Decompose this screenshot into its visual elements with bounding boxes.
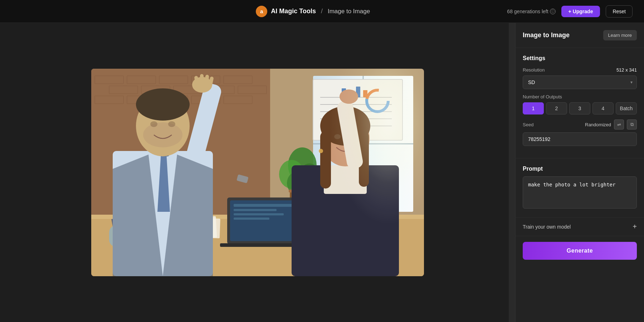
topbar: a AI Magic Tools / Image to Image 68 gen… — [0, 0, 644, 23]
train-model-text: Train your own model — [523, 224, 571, 230]
reset-button[interactable]: Reset — [606, 5, 633, 18]
outputs-label: Number of Outputs — [523, 94, 637, 99]
seed-label: Seed — [523, 122, 533, 127]
output-btn-2[interactable]: 2 — [546, 102, 567, 114]
learn-more-button[interactable]: Learn more — [603, 30, 637, 40]
panel-title: Image to Image — [523, 31, 570, 39]
generations-left: 68 generations left ⓘ — [507, 9, 555, 14]
main-layout: Image to Image Learn more Settings Resol… — [0, 23, 644, 322]
settings-title: Settings — [523, 55, 637, 62]
seed-copy-button[interactable]: ⧉ — [627, 119, 637, 130]
output-btn-4[interactable]: 4 — [592, 102, 614, 114]
seed-controls: Randomized ⇌ ⧉ — [585, 119, 637, 130]
breadcrumb-separator: / — [321, 8, 323, 15]
seed-label-row: Seed Randomized ⇌ ⧉ — [523, 119, 637, 130]
seed-randomized-text: Randomized — [585, 122, 611, 127]
upgrade-button[interactable]: + Upgrade — [561, 6, 600, 17]
brand-name: AI Magic Tools — [271, 8, 316, 15]
photo-canvas — [91, 69, 424, 276]
output-btn-batch[interactable]: Batch — [616, 102, 637, 114]
seed-shuffle-button[interactable]: ⇌ — [614, 119, 624, 130]
resolution-label: Resolution — [523, 67, 545, 73]
output-btn-1[interactable]: 1 — [523, 102, 544, 114]
info-icon[interactable]: ⓘ — [550, 9, 556, 14]
topbar-right: 68 generations left ⓘ + Upgrade Reset — [507, 5, 633, 18]
image-container — [91, 69, 424, 276]
train-model-plus-button[interactable]: + — [633, 223, 637, 231]
resolution-value: 512 x 341 — [616, 67, 637, 73]
panel-header: Image to Image Learn more — [523, 30, 637, 40]
settings-section: Settings Resolution 512 x 341 SD HD Full… — [516, 48, 644, 158]
resolution-select[interactable]: SD HD Full HD 4K — [523, 75, 637, 89]
svg-rect-89 — [91, 69, 424, 276]
prompt-textarea[interactable]: make the photo a lot brighter — [523, 176, 637, 209]
resolution-row: Resolution 512 x 341 SD HD Full HD 4K ▾ — [523, 67, 637, 89]
generate-section: Generate — [516, 236, 644, 265]
breadcrumb: a AI Magic Tools / Image to Image — [256, 6, 370, 17]
train-model-row[interactable]: Train your own model + — [516, 218, 644, 236]
panel-image-to-image-section: Image to Image Learn more — [516, 23, 644, 48]
seed-row: Seed Randomized ⇌ ⧉ — [523, 119, 637, 146]
page-name: Image to Image — [328, 8, 370, 15]
seed-input[interactable] — [523, 132, 637, 146]
canvas-area — [0, 23, 515, 322]
output-btn-3[interactable]: 3 — [569, 102, 590, 114]
resolution-select-wrapper: SD HD Full HD 4K ▾ — [523, 75, 637, 89]
output-buttons-group: 1 2 3 4 Batch — [523, 102, 637, 114]
app-icon: a — [256, 6, 267, 17]
generate-button[interactable]: Generate — [523, 242, 637, 260]
right-panel: Image to Image Learn more Settings Resol… — [515, 23, 644, 322]
prompt-section: Prompt make the photo a lot brighter — [516, 158, 644, 218]
prompt-title: Prompt — [523, 166, 637, 172]
resolution-label-row: Resolution 512 x 341 — [523, 67, 637, 73]
scrollbar[interactable] — [509, 23, 515, 322]
outputs-row: Number of Outputs 1 2 3 4 Batch — [523, 94, 637, 114]
